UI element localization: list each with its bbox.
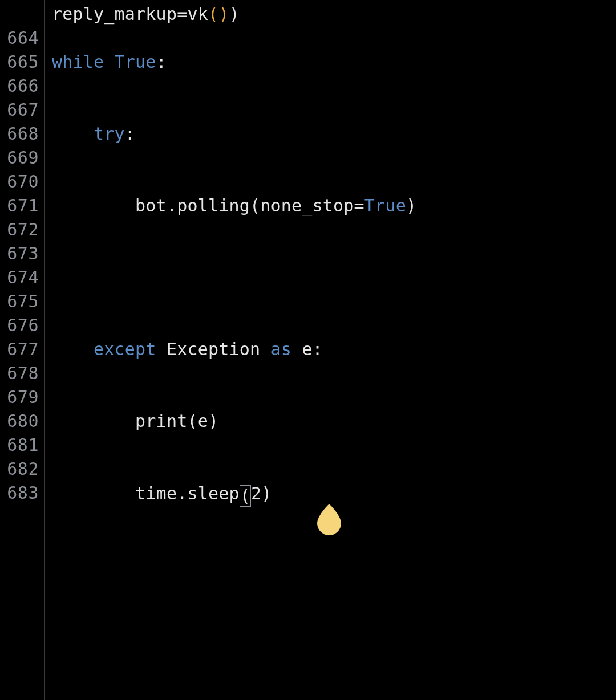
line-number: 667 [0,98,39,122]
code-token: ) [229,4,239,24]
line-number: 674 [0,266,39,290]
code-line[interactable]: except Exception as e: [52,337,616,361]
code-line[interactable] [52,242,616,266]
line-number: 665 [0,50,39,74]
code-token: time.sleep [52,483,240,503]
text-caret [273,481,273,503]
code-editor[interactable]: 6646656666676686696706716726736746756766… [0,0,616,700]
code-line[interactable]: print(e) [52,409,616,433]
code-token: Exception [156,339,271,359]
bracket-match-box: ( [240,485,251,507]
code-line[interactable] [52,170,616,194]
code-token: 2) [251,483,272,503]
code-token [104,52,114,72]
code-token: print(e) [52,411,218,431]
code-token: ) [218,4,229,24]
code-line[interactable] [52,290,616,314]
code-token: e: [291,339,323,359]
code-token: except [94,339,156,359]
code-token: ( [208,4,218,24]
code-token: True [364,196,406,215]
code-line[interactable] [52,314,616,337]
line-number: 670 [0,170,39,194]
code-line[interactable] [52,98,616,122]
cursor-handle-icon[interactable] [315,504,343,537]
code-token: bot.polling(none_stop= [52,196,364,215]
line-number: 664 [0,26,39,50]
line-number: 675 [0,290,39,314]
line-number: 678 [0,361,39,385]
code-token: : [125,124,135,144]
line-number [0,0,39,26]
code-line[interactable]: bot.polling(none_stop=True) [52,194,616,218]
line-number: 669 [0,146,39,170]
code-line[interactable] [52,26,616,50]
line-number: 668 [0,122,39,146]
code-line[interactable] [52,457,616,481]
code-line[interactable]: try: [52,122,616,146]
code-line[interactable] [52,433,616,457]
code-line[interactable] [52,146,616,170]
code-token: reply_markup=vk [52,4,208,24]
line-number-gutter: 6646656666676686696706716726736746756766… [0,0,45,700]
code-area[interactable]: reply_markup=vk()) while True: try: bot.… [45,0,616,700]
code-token: as [271,339,292,359]
code-token: try [94,124,125,144]
code-line[interactable] [52,74,616,98]
line-number: 682 [0,457,39,481]
code-line[interactable] [52,361,616,385]
line-number: 680 [0,409,39,433]
code-line[interactable]: reply_markup=vk()) [52,0,616,26]
line-number: 683 [0,481,39,505]
code-token: ) [406,196,416,215]
code-line[interactable]: while True: [52,50,616,74]
line-number: 673 [0,242,39,266]
code-token: while [52,52,104,72]
code-token: : [156,52,167,72]
code-line[interactable] [52,266,616,290]
code-token [52,124,94,144]
code-token: True [115,52,156,72]
line-number: 679 [0,385,39,409]
code-token [52,339,94,359]
line-number: 672 [0,218,39,242]
code-line[interactable]: time.sleep(2) [52,481,616,507]
line-number: 671 [0,194,39,218]
line-number: 681 [0,433,39,457]
line-number: 677 [0,337,39,361]
code-line[interactable] [52,218,616,242]
line-number: 676 [0,314,39,337]
line-number: 666 [0,74,39,98]
code-line[interactable] [52,385,616,409]
